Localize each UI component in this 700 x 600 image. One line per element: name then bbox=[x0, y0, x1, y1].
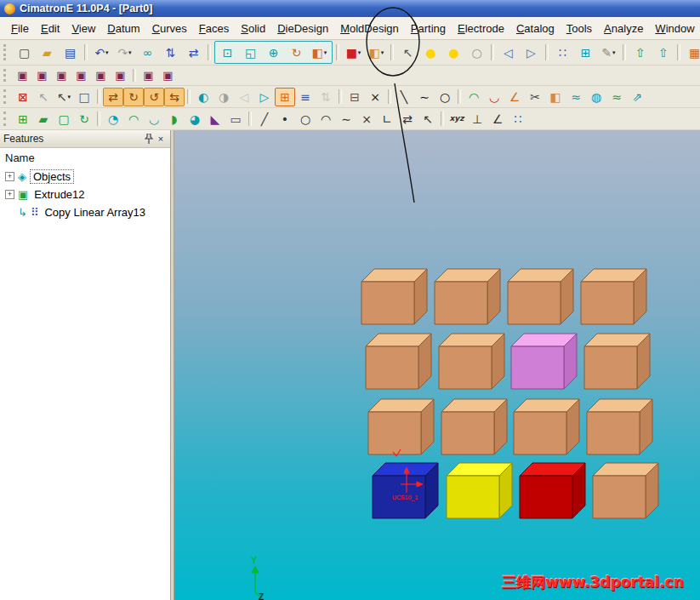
tree-item-label[interactable]: Objects bbox=[30, 169, 74, 184]
shade-mode-dropdown-icon[interactable]: ▾ bbox=[381, 49, 384, 56]
render-mode-icon[interactable]: ■▾ bbox=[342, 42, 365, 63]
render-mode-dropdown-icon[interactable]: ▾ bbox=[358, 49, 361, 56]
box-tan[interactable] bbox=[514, 399, 579, 454]
circle-tool-icon[interactable]: ○ bbox=[435, 88, 455, 106]
active-tool-icon[interactable]: ⊞ bbox=[275, 88, 295, 106]
solid-cube-icon[interactable]: ◧ bbox=[545, 88, 566, 106]
menu-window[interactable]: Window bbox=[649, 20, 700, 37]
swap-sides-icon[interactable]: ⇆ bbox=[164, 88, 185, 106]
step-forward-icon[interactable]: ▷ bbox=[254, 88, 275, 106]
stack-list-icon[interactable]: ≡ bbox=[295, 88, 316, 106]
menu-view[interactable]: View bbox=[65, 20, 101, 37]
drawing-cube-icon[interactable]: ▣ bbox=[52, 66, 71, 84]
angle-snap-icon[interactable]: ∠ bbox=[487, 110, 508, 129]
view-orientation-icon[interactable]: ◧▾ bbox=[308, 42, 331, 63]
undo-icon[interactable]: ↶▾ bbox=[90, 42, 113, 63]
box-tan[interactable] bbox=[441, 399, 507, 454]
surface-bowl-icon[interactable]: ◡ bbox=[144, 110, 164, 129]
curve-red-icon[interactable]: ◡ bbox=[484, 88, 504, 106]
menu-file[interactable]: File bbox=[5, 20, 35, 37]
expand-rows-icon[interactable]: ⇅ bbox=[316, 88, 336, 106]
box-tan[interactable] bbox=[593, 463, 658, 518]
delete-x-icon[interactable]: × bbox=[365, 88, 385, 106]
show-bulb-icon[interactable]: ● bbox=[419, 42, 442, 63]
sketch-trim-icon[interactable]: × bbox=[356, 110, 377, 129]
assembly-cubes-icon[interactable]: ▣ bbox=[32, 66, 52, 84]
plate-purple-icon[interactable]: ▭ bbox=[225, 110, 246, 129]
menu-curves[interactable]: Curves bbox=[146, 20, 193, 37]
select-inactive-icon[interactable]: ↖ bbox=[33, 88, 54, 106]
tree-item-objects[interactable]: +◈Objects bbox=[0, 168, 170, 186]
toolbar-drag-handle[interactable] bbox=[3, 111, 9, 125]
tree-item-label[interactable]: Copy Linear Array13 bbox=[42, 206, 148, 219]
view-orientation-dropdown-icon[interactable]: ▾ bbox=[324, 49, 327, 56]
rotate-view-icon[interactable]: ↻ bbox=[285, 42, 308, 63]
xyz-axes-icon[interactable]: xyz bbox=[447, 110, 467, 129]
select-delete-icon[interactable]: ⊠ bbox=[13, 88, 33, 106]
perpendicular-icon[interactable]: ⊥ bbox=[467, 110, 487, 129]
redo-icon[interactable]: ↷▾ bbox=[113, 42, 136, 63]
box-pink[interactable] bbox=[511, 334, 577, 389]
box-select-icon[interactable]: □ bbox=[74, 88, 94, 106]
zoom-window-icon[interactable]: ◱ bbox=[239, 42, 262, 63]
menu-solid[interactable]: Solid bbox=[235, 20, 271, 37]
box-tan[interactable] bbox=[508, 269, 573, 324]
shade-mode-icon[interactable]: ◧▾ bbox=[365, 42, 388, 63]
import-file-icon[interactable]: ⇧ bbox=[629, 42, 652, 63]
add-document-icon[interactable]: ▢ bbox=[54, 110, 74, 129]
swap-stack-icon[interactable]: ⇄ bbox=[182, 42, 205, 63]
close-panel-icon[interactable]: × bbox=[155, 133, 167, 145]
tree-item-extrude12[interactable]: +▣Extrude12 bbox=[0, 186, 170, 203]
zoom-all-icon[interactable]: ⊡ bbox=[216, 42, 239, 63]
part-cube-icon[interactable]: ▣ bbox=[13, 66, 32, 84]
sphere-globe-icon[interactable]: ◍ bbox=[586, 88, 606, 106]
wedge-purple-icon[interactable]: ◣ bbox=[205, 110, 225, 129]
sketch-circle-icon[interactable]: ○ bbox=[295, 110, 316, 129]
rotate-cw-icon[interactable]: ↻ bbox=[123, 88, 144, 106]
cursor-filter-dropdown-icon[interactable]: ▾ bbox=[68, 94, 71, 100]
show-half-icon[interactable]: ◐ bbox=[193, 88, 213, 106]
wave-green-icon[interactable]: ≈ bbox=[606, 88, 627, 106]
sketch-spline-icon[interactable]: ∼ bbox=[336, 110, 356, 129]
toolbar-drag-handle[interactable] bbox=[3, 89, 9, 103]
menu-tools[interactable]: Tools bbox=[561, 20, 598, 37]
toolbar-drag-handle[interactable] bbox=[3, 69, 9, 82]
box-tan[interactable] bbox=[581, 269, 646, 324]
menu-electrode[interactable]: Electrode bbox=[452, 20, 510, 37]
refresh-green-icon[interactable]: ↻ bbox=[74, 110, 94, 129]
next-icon[interactable]: ▷ bbox=[520, 42, 543, 63]
export-file-icon[interactable]: ⇧ bbox=[652, 42, 674, 63]
menu-analyze[interactable]: Analyze bbox=[598, 20, 649, 37]
line-tool-icon[interactable]: ╲ bbox=[394, 88, 414, 106]
new-document-icon[interactable]: ▢ bbox=[13, 42, 36, 63]
surface-quarter-icon[interactable]: ◔ bbox=[103, 110, 123, 129]
annotation-note-dropdown-icon[interactable]: ▾ bbox=[612, 49, 616, 56]
box-tan[interactable] bbox=[361, 269, 427, 324]
coordinate-dots-icon[interactable]: ∷ bbox=[508, 110, 528, 129]
collapse-box-icon[interactable]: ⊟ bbox=[344, 88, 365, 106]
sort-stack-icon[interactable]: ⇅ bbox=[159, 42, 182, 63]
toolbar-drag-handle[interactable] bbox=[3, 44, 9, 60]
cursor-filter-icon[interactable]: ↖▾ bbox=[54, 88, 74, 106]
hide-half-icon[interactable]: ◑ bbox=[213, 88, 234, 106]
tree-item-label[interactable]: Extrude12 bbox=[31, 188, 87, 201]
grid-calc-icon[interactable]: ▦ bbox=[683, 42, 700, 63]
tree-item-copy-linear-array13[interactable]: ↳⠿Copy Linear Array13 bbox=[0, 203, 170, 221]
mold-cube-icon[interactable]: ▣ bbox=[111, 66, 130, 84]
hide-bulb-icon[interactable]: ● bbox=[442, 42, 465, 63]
redo-dropdown-icon[interactable]: ▾ bbox=[128, 49, 132, 56]
expand-plus-icon[interactable]: + bbox=[5, 172, 14, 181]
menu-edit[interactable]: Edit bbox=[35, 20, 65, 37]
rotate-ccw-icon[interactable]: ↺ bbox=[144, 88, 164, 106]
angle-measure-icon[interactable]: ∠ bbox=[504, 88, 525, 106]
curve-green-icon[interactable]: ◠ bbox=[464, 88, 484, 106]
surface-fill-icon[interactable]: ◕ bbox=[185, 110, 205, 129]
box-yellow[interactable] bbox=[447, 463, 512, 518]
surface-half-icon[interactable]: ◗ bbox=[164, 110, 185, 129]
menu-faces[interactable]: Faces bbox=[193, 20, 235, 37]
box-tan[interactable] bbox=[584, 334, 650, 389]
box-tan[interactable] bbox=[366, 334, 431, 389]
link-views-icon[interactable]: ∞ bbox=[136, 42, 159, 63]
nc-cube-icon[interactable]: ▣ bbox=[71, 66, 91, 84]
step-back-icon[interactable]: ◁ bbox=[234, 88, 254, 106]
